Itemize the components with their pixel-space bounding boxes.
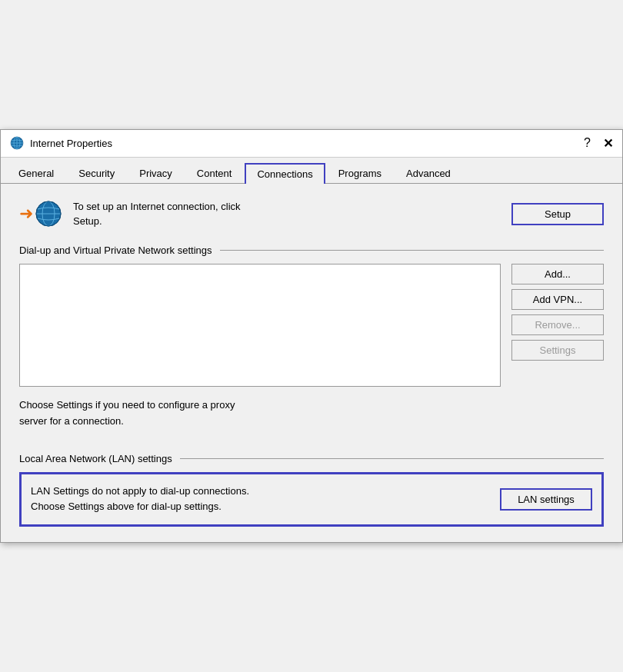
lan-bottom-area: LAN Settings do not apply to dial-up con… (19, 472, 604, 527)
lan-section-title: Local Area Network (LAN) settings (19, 453, 172, 464)
content-area: ➜ To set up an Internet connection, clic… (1, 184, 622, 542)
tab-programs[interactable]: Programs (327, 163, 393, 184)
lan-divider-line (180, 458, 604, 459)
setup-left: ➜ To set up an Internet connection, clic… (19, 199, 511, 229)
vpn-section-title: Dial-up and Virtual Private Network sett… (19, 245, 212, 256)
lan-settings-button[interactable]: LAN settings (500, 488, 592, 511)
title-bar-left: Internet Properties (10, 136, 112, 150)
add-button[interactable]: Add... (511, 264, 604, 284)
tab-privacy[interactable]: Privacy (128, 163, 184, 184)
close-button[interactable]: ✕ (603, 136, 613, 151)
title-bar-controls: ? ✕ (584, 136, 613, 151)
globe-icon (35, 200, 62, 228)
setup-icon: ➜ (19, 200, 62, 228)
proxy-text: Choose Settings if you need to configure… (19, 398, 604, 430)
vpn-list[interactable] (19, 264, 501, 387)
setup-description: To set up an Internet connection, click … (73, 199, 241, 229)
settings-button[interactable]: Settings (511, 340, 604, 361)
setup-section: ➜ To set up an Internet connection, clic… (19, 199, 604, 229)
divider-line (220, 250, 605, 251)
remove-button[interactable]: Remove... (511, 314, 604, 335)
vpn-buttons: Add... Add VPN... Remove... Settings (511, 264, 604, 387)
window-title: Internet Properties (30, 138, 112, 149)
add-vpn-button[interactable]: Add VPN... (511, 289, 604, 310)
lan-section: Local Area Network (LAN) settings LAN Se… (19, 453, 604, 527)
tab-content[interactable]: Content (185, 163, 244, 184)
window-icon (10, 136, 24, 150)
setup-button[interactable]: Setup (511, 203, 604, 225)
lan-bottom-text: LAN Settings do not apply to dial-up con… (31, 484, 249, 516)
tab-advanced[interactable]: Advanced (395, 163, 462, 184)
vpn-area: Add... Add VPN... Remove... Settings (19, 264, 604, 387)
internet-properties-window: Internet Properties ? ✕ General Security… (0, 129, 623, 543)
help-button[interactable]: ? (584, 136, 591, 150)
title-bar: Internet Properties ? ✕ (1, 130, 622, 158)
tab-security[interactable]: Security (67, 163, 126, 184)
arrow-icon: ➜ (19, 204, 33, 224)
tab-general[interactable]: General (7, 163, 65, 184)
vpn-section-header: Dial-up and Virtual Private Network sett… (19, 245, 604, 256)
tab-bar: General Security Privacy Content Connect… (1, 158, 622, 184)
lan-section-header: Local Area Network (LAN) settings (19, 453, 604, 464)
tab-connections[interactable]: Connections (245, 163, 325, 184)
